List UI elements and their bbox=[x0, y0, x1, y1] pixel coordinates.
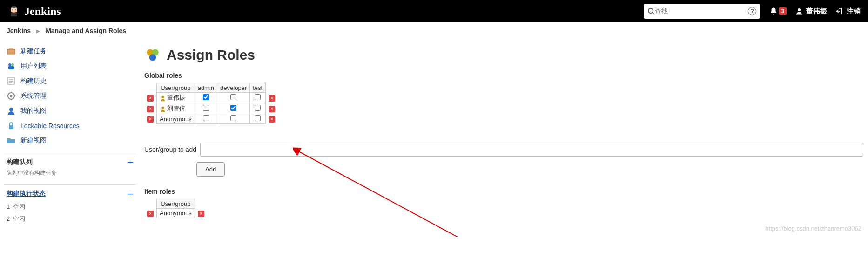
sidebar-item-users[interactable]: 用户列表 bbox=[4, 59, 136, 74]
crumb-page[interactable]: Manage and Assign Roles bbox=[46, 27, 126, 34]
executor-title[interactable]: 构建执行状态 bbox=[7, 190, 46, 198]
table-row: × Anonymous × bbox=[144, 209, 207, 218]
lock-icon bbox=[7, 121, 16, 130]
executor-panel: 构建执行状态 — 1 空闲 2 空闲 bbox=[4, 184, 136, 228]
sidebar-item-label: 系统管理 bbox=[20, 92, 47, 100]
svg-rect-2 bbox=[12, 6, 16, 8]
check-developer[interactable] bbox=[230, 94, 236, 100]
svg-marker-9 bbox=[7, 48, 15, 49]
history-icon bbox=[7, 76, 16, 86]
sidebar: 新建任务 用户列表 构建历史 系统管理 我的视图 Lockable Resour… bbox=[0, 39, 140, 237]
brand-text: Jenkins bbox=[24, 5, 61, 18]
search-help-icon[interactable]: ? bbox=[748, 7, 756, 15]
col-admin: admin bbox=[195, 83, 217, 93]
collapse-icon[interactable]: — bbox=[128, 159, 133, 165]
check-test[interactable] bbox=[255, 115, 261, 121]
svg-point-11 bbox=[11, 63, 14, 66]
row-name: 董伟振 bbox=[167, 94, 185, 101]
col-usergroup: User/group bbox=[157, 83, 195, 93]
svg-point-4 bbox=[15, 9, 16, 10]
executor-row: 1 空闲 bbox=[7, 201, 133, 213]
queue-empty-text: 队列中没有构建任务 bbox=[7, 169, 133, 177]
delete-row-icon[interactable]: × bbox=[269, 106, 275, 112]
svg-point-3 bbox=[12, 9, 13, 10]
add-user-label: User/group to add bbox=[144, 146, 196, 153]
svg-rect-8 bbox=[7, 49, 15, 54]
logout-link[interactable]: 注销 bbox=[835, 7, 861, 16]
svg-point-23 bbox=[9, 108, 13, 111]
current-user[interactable]: 董伟振 bbox=[795, 7, 827, 16]
breadcrumb: Jenkins ▶ Manage and Assign Roles bbox=[0, 22, 868, 39]
sidebar-item-label: 新建视图 bbox=[20, 136, 47, 145]
queue-title: 构建队列 bbox=[7, 158, 33, 166]
crumb-root[interactable]: Jenkins bbox=[7, 27, 31, 34]
delete-row-icon[interactable]: × bbox=[147, 106, 154, 112]
person-icon bbox=[160, 95, 166, 102]
gear-icon bbox=[7, 91, 16, 101]
add-user-input[interactable] bbox=[200, 143, 863, 157]
user-icon bbox=[7, 106, 16, 116]
delete-row-icon[interactable]: × bbox=[269, 116, 275, 123]
row-name: 刘雪倩 bbox=[167, 105, 185, 112]
roles-icon bbox=[144, 47, 161, 63]
search-box[interactable]: ? bbox=[644, 4, 760, 19]
delete-row-icon[interactable]: × bbox=[147, 95, 154, 102]
user-icon bbox=[795, 7, 803, 15]
global-roles-heading: Global roles bbox=[144, 72, 863, 79]
add-user-row: User/group to add bbox=[144, 143, 863, 157]
folder-plus-icon bbox=[7, 136, 16, 145]
delete-row-icon[interactable]: × bbox=[147, 116, 154, 123]
table-header-row: User/group admin developer test bbox=[144, 83, 278, 93]
check-admin[interactable] bbox=[203, 94, 209, 100]
sidebar-item-new-job[interactable]: 新建任务 bbox=[4, 44, 136, 59]
svg-point-5 bbox=[648, 8, 653, 13]
box-icon bbox=[7, 47, 16, 56]
sidebar-item-label: 构建历史 bbox=[20, 77, 47, 85]
delete-row-icon[interactable]: × bbox=[147, 211, 154, 217]
person-icon bbox=[160, 106, 166, 112]
sidebar-item-build-history[interactable]: 构建历史 bbox=[4, 74, 136, 89]
delete-row-icon[interactable]: × bbox=[198, 211, 204, 217]
jenkins-logo[interactable]: Jenkins bbox=[7, 5, 61, 18]
check-admin[interactable] bbox=[203, 115, 209, 121]
row-name: Anonymous bbox=[160, 210, 192, 217]
delete-row-icon[interactable]: × bbox=[269, 95, 275, 102]
svg-point-29 bbox=[161, 106, 164, 109]
check-developer[interactable] bbox=[230, 105, 236, 111]
global-roles-table: User/group admin developer test × 董伟振 × … bbox=[144, 83, 278, 124]
sidebar-item-my-views[interactable]: 我的视图 bbox=[4, 103, 136, 118]
bell-icon bbox=[769, 7, 778, 15]
users-icon bbox=[7, 61, 16, 71]
add-button[interactable]: Add bbox=[196, 162, 225, 177]
logout-label: 注销 bbox=[847, 7, 861, 16]
svg-point-27 bbox=[149, 54, 156, 61]
col-usergroup: User/group bbox=[157, 199, 195, 209]
check-test[interactable] bbox=[255, 105, 261, 111]
sidebar-item-label: 新建任务 bbox=[20, 47, 47, 55]
table-row: × Anonymous × bbox=[144, 114, 278, 124]
check-test[interactable] bbox=[255, 94, 261, 100]
notifications[interactable]: 3 bbox=[769, 7, 787, 15]
table-header-row: User/group bbox=[144, 199, 207, 209]
col-developer: developer bbox=[217, 83, 250, 93]
check-admin[interactable] bbox=[203, 105, 209, 111]
main-content: Assign Roles Global roles User/group adm… bbox=[140, 39, 868, 237]
col-test: test bbox=[250, 83, 266, 93]
item-roles-table: User/group × Anonymous × bbox=[144, 199, 207, 218]
sidebar-item-new-view[interactable]: 新建视图 bbox=[4, 133, 136, 148]
svg-point-18 bbox=[10, 95, 13, 97]
svg-point-7 bbox=[798, 8, 801, 11]
search-icon bbox=[647, 7, 655, 15]
build-queue-panel: 构建队列 — 队列中没有构建任务 bbox=[4, 153, 136, 180]
notif-badge: 3 bbox=[779, 7, 787, 15]
executor-row: 2 空闲 bbox=[7, 213, 133, 225]
sidebar-item-label: Lockable Resources bbox=[20, 122, 80, 130]
svg-rect-12 bbox=[8, 66, 14, 69]
collapse-icon[interactable]: — bbox=[128, 191, 133, 197]
sidebar-item-lockable[interactable]: Lockable Resources bbox=[4, 118, 136, 133]
search-input[interactable] bbox=[655, 7, 748, 15]
sidebar-item-manage[interactable]: 系统管理 bbox=[4, 89, 136, 103]
jenkins-head-icon bbox=[7, 5, 20, 18]
check-developer[interactable] bbox=[230, 115, 236, 121]
row-name: Anonymous bbox=[160, 116, 192, 123]
